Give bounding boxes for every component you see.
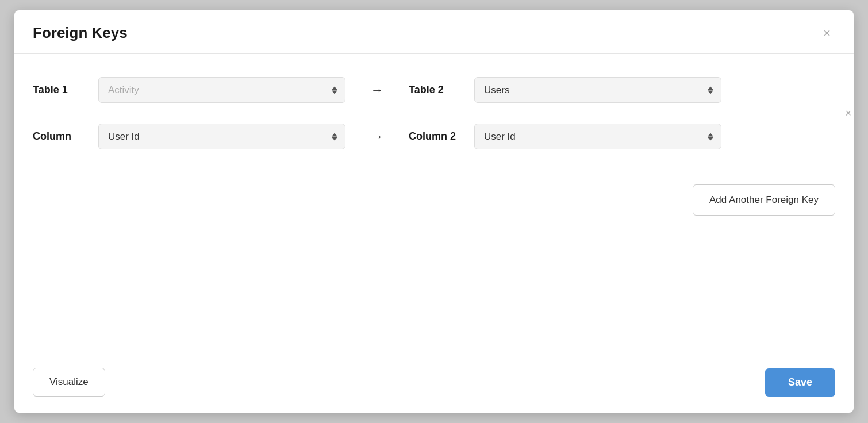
- add-foreign-key-button[interactable]: Add Another Foreign Key: [693, 184, 835, 216]
- save-button[interactable]: Save: [765, 368, 835, 397]
- remove-fk-button[interactable]: ×: [843, 105, 854, 122]
- table1-label: Table 1: [33, 84, 85, 96]
- fk-entry-container: Table 1 Activity Users Orders Products →…: [33, 77, 835, 149]
- visualize-button[interactable]: Visualize: [33, 368, 105, 397]
- table-arrow-icon: →: [371, 83, 383, 98]
- modal-footer: Visualize Save: [14, 356, 854, 413]
- column2-select-wrapper: User Id Id Name Email: [474, 124, 721, 149]
- section-divider: [33, 167, 835, 167]
- column-arrow-icon: →: [371, 129, 383, 144]
- column2-select[interactable]: User Id Id Name Email: [474, 124, 721, 149]
- table2-label: Table 2: [409, 84, 460, 96]
- modal-close-button[interactable]: ×: [819, 25, 835, 42]
- column2-label: Column 2: [409, 130, 460, 143]
- column1-label: Column: [33, 130, 85, 143]
- column-row-section: Column User Id Id Name Email → Column 2: [33, 124, 835, 149]
- table-row-section: Table 1 Activity Users Orders Products →…: [33, 77, 835, 103]
- table2-select[interactable]: Users Activity Orders Products: [474, 77, 721, 103]
- table1-select[interactable]: Activity Users Orders Products: [98, 77, 345, 103]
- modal-header: Foreign Keys ×: [14, 10, 854, 54]
- table1-select-wrapper: Activity Users Orders Products: [98, 77, 345, 103]
- table2-select-wrapper: Users Activity Orders Products: [474, 77, 721, 103]
- foreign-keys-modal: Foreign Keys × Table 1 Activity Users Or…: [14, 10, 854, 413]
- column1-select-wrapper: User Id Id Name Email: [98, 124, 345, 149]
- modal-body: Table 1 Activity Users Orders Products →…: [14, 54, 854, 356]
- modal-title: Foreign Keys: [33, 24, 128, 42]
- column1-select[interactable]: User Id Id Name Email: [98, 124, 345, 149]
